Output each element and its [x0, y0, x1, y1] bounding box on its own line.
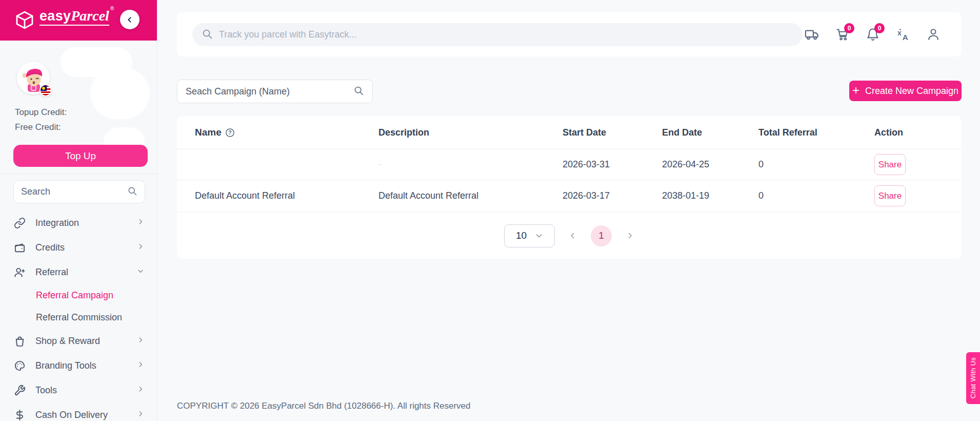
track-parcel-input[interactable] [219, 29, 793, 40]
easyparcel-logo: easyParcel ® [14, 9, 114, 32]
table-row: Default Account Referral Default Account… [177, 180, 962, 212]
search-icon [127, 186, 137, 198]
cell-start-date: 2026-03-17 [563, 190, 662, 201]
cell-end-date: 2038-01-19 [662, 190, 758, 201]
table-row: - 2026-03-31 2026-04-25 0 Share [177, 149, 962, 180]
sidebar-item-label: Cash On Delivery [35, 410, 137, 420]
user-avatar[interactable] [17, 62, 50, 94]
sidebar-item-integration[interactable]: Integration [0, 210, 157, 235]
create-new-campaign-button[interactable]: + Create New Campaign [849, 81, 962, 101]
sidebar-divider [0, 174, 157, 174]
sidebar-search-box [13, 180, 145, 203]
chevron-down-icon [137, 267, 144, 277]
cell-end-date: 2026-04-25 [662, 159, 758, 170]
campaign-search-box [177, 80, 373, 103]
sidebar-item-branding-tools[interactable]: Branding Tools [0, 353, 157, 378]
chevron-right-icon [137, 386, 144, 395]
registered-mark: ® [110, 6, 114, 11]
chevron-right-icon [137, 218, 144, 227]
sidebar-item-label: Branding Tools [35, 360, 137, 371]
top-up-button[interactable]: Top Up [13, 145, 148, 167]
truck-icon[interactable] [805, 27, 820, 42]
column-header-description: Description [378, 127, 563, 138]
column-header-action: Action [874, 127, 944, 138]
sidebar-item-credits[interactable]: Credits [0, 235, 157, 260]
wrench-icon [13, 385, 26, 396]
chevron-right-icon [137, 336, 144, 346]
sidebar-item-shop-reward[interactable]: Shop & Reward [0, 329, 157, 353]
cart-icon[interactable]: 0 [835, 27, 850, 42]
sidebar-brand-header: easyParcel ® [0, 0, 157, 41]
app-window: easyParcel ® [0, 0, 980, 421]
share-button[interactable]: Share [874, 154, 906, 175]
share-button[interactable]: Share [874, 185, 906, 206]
chevron-down-icon [535, 232, 543, 240]
sidebar-item-tools[interactable]: Tools [0, 378, 157, 403]
cell-description: Default Account Referral [378, 190, 563, 201]
wallet-icon [13, 242, 26, 254]
cell-name: Default Account Referral [195, 190, 378, 201]
cell-total-referral: 0 [758, 190, 874, 201]
chevron-right-icon [137, 410, 144, 419]
sidebar-item-label: Integration [35, 218, 137, 228]
column-header-total-referral: Total Referral [758, 127, 874, 138]
cloud-decoration [90, 68, 150, 119]
campaign-table-card: Name ? Description Start Date End Date T… [177, 116, 962, 259]
svg-text:?: ? [228, 130, 231, 136]
plus-icon: + [852, 84, 859, 97]
page-size-select[interactable]: 10 [504, 224, 555, 247]
sidebar-collapse-button[interactable] [120, 10, 139, 29]
sidebar-item-label: Tools [35, 385, 137, 396]
bell-icon[interactable]: 0 [865, 27, 881, 42]
sidebar-search-input[interactable] [21, 186, 127, 197]
track-parcel-search-box [192, 23, 803, 46]
malaysia-flag-badge [39, 84, 52, 97]
sidebar-item-label: Referral [35, 267, 137, 278]
sidebar: easyParcel ® [0, 0, 157, 421]
chat-with-us-tab[interactable]: Chat With Us [966, 352, 980, 404]
chevron-right-icon [137, 361, 144, 370]
svg-text:x: x [897, 29, 902, 37]
sidebar-item-label: Shop & Reward [35, 336, 137, 347]
topbar: 0 0 xA [177, 12, 962, 56]
sidebar-subitem-referral-commission[interactable]: Referral Commission [0, 307, 157, 329]
svg-text:A: A [903, 33, 908, 42]
translate-icon[interactable]: xA [895, 27, 911, 42]
pagination: 10 1 [177, 213, 962, 259]
cube-icon [14, 10, 35, 32]
chevron-right-icon [137, 243, 144, 252]
sidebar-item-referral[interactable]: Referral [0, 260, 157, 284]
sidebar-item-label: Credits [35, 242, 137, 253]
chevron-left-icon [126, 16, 134, 24]
search-icon [353, 85, 364, 98]
topup-credit-label: Topup Credit: [15, 107, 67, 118]
current-page-button[interactable]: 1 [591, 225, 612, 246]
help-circle-icon[interactable]: ? [225, 128, 235, 138]
column-header-name: Name ? [195, 127, 378, 138]
campaign-search-input[interactable] [186, 86, 353, 97]
logo-wordmark: easyParcel [39, 9, 109, 26]
sidebar-item-cash-on-delivery[interactable]: Cash On Delivery [0, 403, 157, 421]
header-name-label: Name [195, 127, 222, 138]
bag-icon [13, 335, 26, 347]
page-size-value: 10 [516, 230, 527, 241]
sidebar-menu: Integration Credits Referral Referral Ca… [0, 210, 157, 421]
cell-total-referral: 0 [758, 159, 874, 170]
table-header-row: Name ? Description Start Date End Date T… [177, 116, 962, 149]
create-button-label: Create New Campaign [865, 86, 958, 97]
link-icon [13, 217, 26, 229]
dollar-icon [13, 409, 26, 421]
previous-page-button[interactable] [568, 231, 577, 240]
topbar-icons: 0 0 xA [805, 12, 941, 56]
free-credit-label: Free Credit: [15, 122, 61, 132]
cell-start-date: 2026-03-31 [563, 159, 662, 170]
person-add-icon [13, 266, 26, 278]
user-icon[interactable] [926, 27, 941, 42]
column-header-start-date: Start Date [563, 127, 662, 138]
copyright-text: COPYRIGHT © 2026 EasyParcel Sdn Bhd (102… [177, 401, 471, 411]
notification-badge: 0 [874, 23, 885, 33]
next-page-button[interactable] [625, 231, 634, 240]
cell-description: - [378, 159, 563, 170]
palette-icon [13, 360, 26, 372]
sidebar-subitem-referral-campaign[interactable]: Referral Campaign [0, 284, 157, 307]
